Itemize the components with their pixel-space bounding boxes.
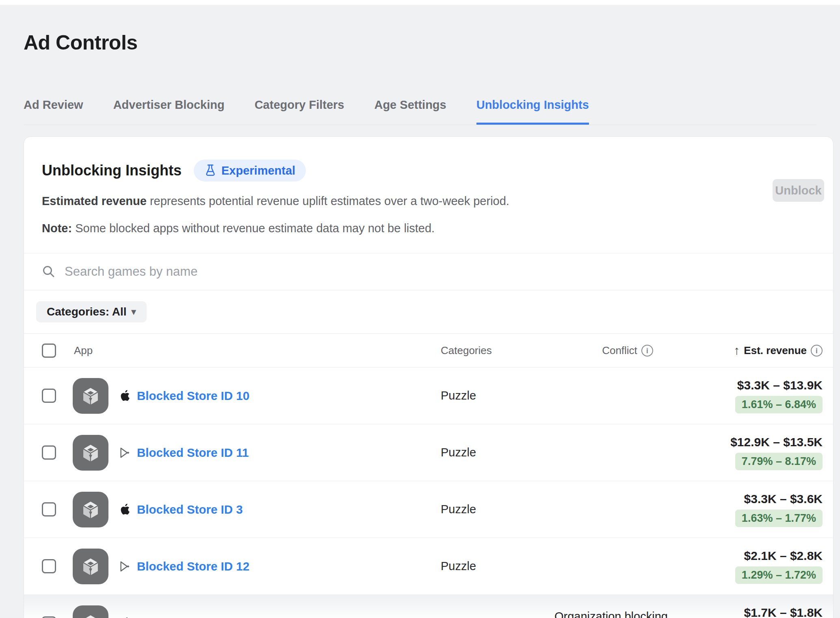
- app-icon-tile: [73, 378, 108, 414]
- conflict-label: Organization blocking +1: [554, 610, 682, 618]
- category-cell: Puzzle: [441, 446, 554, 459]
- tab-category-filters[interactable]: Category Filters: [255, 98, 344, 125]
- app-name-link[interactable]: Blocked Store ID 12: [137, 560, 249, 573]
- category-cell: Board: [441, 617, 554, 618]
- ad-controls-page: Ad Controls Ad ReviewAdvertiser Blocking…: [0, 31, 840, 618]
- revenue-cell: $1.7K – $1.8K 0.83% – 0.87%: [701, 606, 823, 618]
- conflict-cell[interactable]: Organization blocking +1: [554, 610, 701, 618]
- table-row: Blocked Store ID 12 Puzzle $2.1K – $2.8K…: [24, 538, 833, 595]
- description-text: Estimated revenue represents potential r…: [42, 194, 815, 208]
- experimental-badge: Experimental: [194, 160, 306, 182]
- note-rest: Some blocked apps without revenue estima…: [72, 222, 435, 235]
- category-cell: Puzzle: [441, 503, 554, 516]
- page-title: Ad Controls: [24, 31, 816, 54]
- app-name-link[interactable]: Blocked Store ID 10: [137, 389, 249, 403]
- uplift-badge: 1.29% – 1.72%: [735, 566, 823, 584]
- revenue-info-icon[interactable]: i: [811, 345, 823, 357]
- tab-ad-review[interactable]: Ad Review: [24, 98, 83, 125]
- revenue-cell: $3.3K – $13.9K 1.61% – 6.84%: [701, 378, 823, 413]
- revenue-range: $1.7K – $1.8K: [701, 606, 823, 618]
- tab-unblocking-insights[interactable]: Unblocking Insights: [476, 98, 589, 125]
- search-bar: [24, 253, 833, 290]
- table-row: Blocked Store ID 2 Board Organization bl…: [24, 595, 833, 618]
- card-heading: Unblocking Insights: [42, 162, 182, 179]
- categories-filter-label: Categories: All: [47, 305, 127, 318]
- tab-bar: Ad ReviewAdvertiser BlockingCategory Fil…: [24, 98, 816, 125]
- unblock-button[interactable]: Unblock: [773, 179, 824, 202]
- unity-cube-icon: [80, 385, 101, 406]
- revenue-range: $2.1K – $2.8K: [701, 549, 823, 563]
- row-checkbox[interactable]: [42, 559, 56, 573]
- tab-age-settings[interactable]: Age Settings: [374, 98, 446, 125]
- google-play-icon: [119, 560, 131, 573]
- app-icon-tile: [73, 435, 108, 471]
- app-name-link[interactable]: Blocked Store ID 11: [137, 446, 249, 460]
- table-row: Blocked Store ID 10 Puzzle $3.3K – $13.9…: [24, 367, 833, 424]
- note-text: Note: Some blocked apps without revenue …: [42, 222, 815, 235]
- column-header-conflict: Conflict: [602, 344, 637, 357]
- google-play-icon: [119, 446, 131, 459]
- revenue-range: $12.9K – $13.5K: [701, 435, 823, 449]
- column-header-app: App: [74, 344, 93, 357]
- unity-cube-icon: [80, 442, 101, 463]
- category-cell: Puzzle: [441, 389, 554, 402]
- note-bold: Note:: [42, 222, 72, 235]
- row-checkbox[interactable]: [42, 389, 56, 403]
- row-checkbox[interactable]: [42, 616, 56, 618]
- select-all-checkbox[interactable]: [42, 344, 56, 358]
- window-top-strip: [0, 0, 840, 5]
- revenue-header-label: Est. revenue: [744, 344, 807, 357]
- table-header-row: App Categories Conflict i ↑ Est. revenue…: [24, 333, 833, 367]
- app-icon-tile: [73, 549, 108, 584]
- sort-ascending-icon: ↑: [734, 344, 740, 357]
- app-icon-tile: [73, 492, 108, 527]
- experimental-badge-label: Experimental: [221, 164, 295, 177]
- revenue-range: $3.3K – $3.6K: [701, 492, 823, 506]
- unity-cube-icon: [80, 613, 101, 618]
- unity-cube-icon: [80, 556, 101, 577]
- description-rest: represents potential revenue uplift esti…: [147, 194, 509, 207]
- search-icon: [42, 265, 56, 279]
- unblocking-insights-card: Unblocking Insights Experimental Estimat…: [24, 136, 834, 618]
- revenue-cell: $2.1K – $2.8K 1.29% – 1.72%: [701, 549, 823, 584]
- revenue-cell: $12.9K – $13.5K 7.79% – 8.17%: [701, 435, 823, 470]
- revenue-cell: $3.3K – $3.6K 1.63% – 1.77%: [701, 492, 823, 527]
- tab-advertiser-blocking[interactable]: Advertiser Blocking: [113, 98, 225, 125]
- app-name-link[interactable]: Blocked Store ID 3: [137, 503, 243, 516]
- table-row: Blocked Store ID 11 Puzzle $12.9K – $13.…: [24, 424, 833, 481]
- caret-down-icon: ▾: [132, 307, 136, 317]
- apple-icon: [119, 389, 131, 402]
- uplift-badge: 1.63% – 1.77%: [735, 510, 823, 527]
- row-checkbox[interactable]: [42, 502, 56, 516]
- category-cell: Puzzle: [441, 560, 554, 573]
- uplift-badge: 7.79% – 8.17%: [735, 453, 823, 470]
- unity-cube-icon: [80, 499, 101, 520]
- uplift-badge: 1.61% – 6.84%: [735, 396, 823, 413]
- column-header-categories: Categories: [441, 344, 554, 357]
- revenue-range: $3.3K – $13.9K: [701, 378, 823, 392]
- app-name-link[interactable]: Blocked Store ID 2: [137, 616, 243, 618]
- search-input[interactable]: [65, 264, 815, 279]
- flask-icon: [204, 164, 216, 177]
- row-checkbox[interactable]: [42, 445, 56, 460]
- column-header-revenue[interactable]: ↑ Est. revenue i: [701, 344, 823, 357]
- table-row: Blocked Store ID 3 Puzzle $3.3K – $3.6K …: [24, 481, 833, 538]
- filter-row: Categories: All ▾: [24, 290, 833, 333]
- card-header: Unblocking Insights Experimental Estimat…: [24, 137, 833, 253]
- description-bold: Estimated revenue: [42, 194, 147, 207]
- table-body: Blocked Store ID 10 Puzzle $3.3K – $13.9…: [24, 367, 833, 618]
- conflict-info-icon[interactable]: i: [641, 345, 653, 357]
- categories-filter-button[interactable]: Categories: All ▾: [36, 301, 147, 322]
- apple-icon: [119, 503, 131, 516]
- app-icon-tile: [73, 605, 108, 618]
